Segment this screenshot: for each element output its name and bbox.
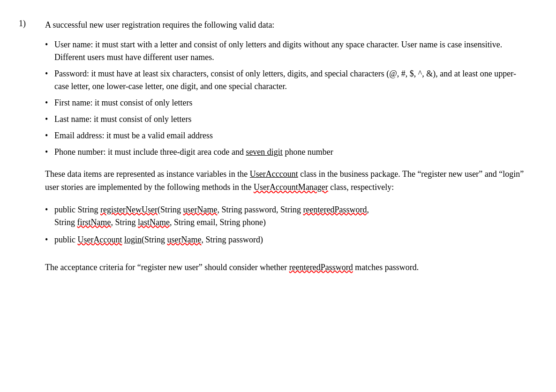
firstname-text: First name: it must consist of only lett… <box>54 98 192 107</box>
list-item-username: User name: it must start with a letter a… <box>45 38 528 64</box>
page-content: 1) A successful new user registration re… <box>19 19 528 284</box>
list-item-firstname: First name: it must consist of only lett… <box>45 97 528 109</box>
reenteredPassword-link2: reenteredPassword <box>289 263 353 272</box>
register-part5: , String password, String <box>217 205 303 214</box>
useraccountmanager-link: UserAccountManager <box>254 182 328 192</box>
login-link: login <box>124 235 142 244</box>
register-part3: (String <box>158 205 183 214</box>
login-part1: public <box>54 235 78 244</box>
userName-link2: userName <box>167 235 202 244</box>
accept-text2: matches password. <box>353 263 419 272</box>
register-part7: , <box>367 205 369 214</box>
para1-text3: class, respectively: <box>328 182 394 192</box>
register-part1: public String <box>54 205 100 214</box>
phone-text-1: Phone number: it must include three-digi… <box>54 147 246 157</box>
useracccount-link: UserAcccount <box>250 169 298 179</box>
password-text: Password: it must have at least six char… <box>54 69 516 91</box>
reenteredPassword-link1: reenteredPassword <box>303 205 367 214</box>
list-item-email: Email address: it must be a valid email … <box>45 129 528 142</box>
list-item-phone: Phone number: it must include three-digi… <box>45 146 528 158</box>
register-line2-prefix: String <box>54 218 77 227</box>
register-line2-sep1: , String <box>111 218 138 227</box>
acceptance-paragraph: The acceptance criteria for “register ne… <box>45 261 528 274</box>
registerNewUser-link: registerNewUser <box>100 205 158 214</box>
requirements-list: User name: it must start with a letter a… <box>45 38 528 158</box>
para1-text1: These data items are represented as inst… <box>45 169 250 179</box>
accept-text1: The acceptance criteria for “register ne… <box>45 263 289 272</box>
lastname-text: Last name: it must consist of only lette… <box>54 114 191 124</box>
phone-text-2: phone number <box>283 147 333 157</box>
email-text: Email address: it must be a valid email … <box>54 131 213 140</box>
useraccount-paragraph: These data items are represented as inst… <box>45 168 528 194</box>
login-part7: , String password) <box>201 235 263 244</box>
spacer <box>45 256 528 261</box>
list-item-login: public UserAccount login(String userName… <box>45 234 528 246</box>
list-item-password: Password: it must have at least six char… <box>45 68 528 93</box>
numbered-item-1: 1) A successful new user registration re… <box>19 19 528 284</box>
item-body: A successful new user registration requi… <box>45 19 528 284</box>
firstName-link: firstName <box>77 218 111 227</box>
UserAccount-link: UserAccount <box>78 235 122 244</box>
intro-paragraph: A successful new user registration requi… <box>45 19 528 32</box>
lastName-link: lastName <box>138 218 170 227</box>
username-text: User name: it must start with a letter a… <box>54 40 502 62</box>
userName-link1: userName <box>183 205 217 214</box>
login-part5: (String <box>142 235 167 244</box>
list-item-lastname: Last name: it must consist of only lette… <box>45 113 528 126</box>
phone-seven-digit: seven digit <box>246 147 283 157</box>
register-line2-end: , String email, String phone) <box>170 218 266 227</box>
list-item-register: public String registerNewUser(String use… <box>45 204 528 229</box>
item-number: 1) <box>19 19 38 284</box>
methods-list: public String registerNewUser(String use… <box>45 204 528 246</box>
